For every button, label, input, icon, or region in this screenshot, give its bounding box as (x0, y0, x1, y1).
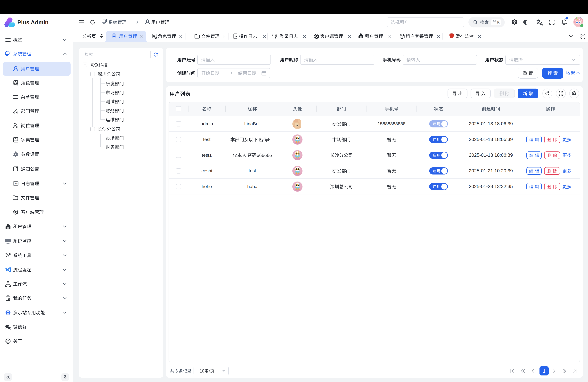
svg-text:DEV: DEV (14, 183, 18, 185)
svg-text:redis: redis (450, 37, 453, 39)
